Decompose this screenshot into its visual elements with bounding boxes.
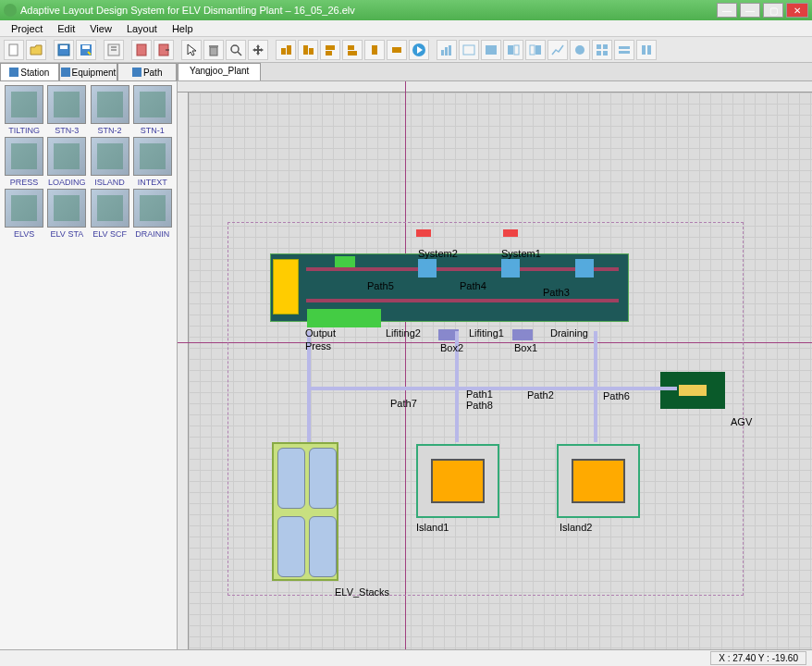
chart3-icon[interactable]: [481, 40, 501, 60]
box1-unit[interactable]: [512, 329, 533, 340]
play-icon[interactable]: [409, 40, 429, 60]
palette-drainin[interactable]: [133, 189, 172, 228]
minimize-button[interactable]: —: [717, 3, 737, 18]
save-as-icon[interactable]: [76, 40, 96, 60]
lifting1-unit[interactable]: [501, 259, 520, 278]
palette-label: ISLAND: [90, 178, 130, 187]
delete-icon[interactable]: [203, 40, 224, 60]
pan-icon[interactable]: [248, 40, 268, 60]
label-lifting2: Lifiting2: [386, 327, 421, 339]
new-file-icon[interactable]: [4, 40, 24, 60]
svg-rect-23: [392, 47, 401, 53]
report2-icon[interactable]: [154, 40, 174, 60]
label-box1: Box1: [514, 342, 537, 353]
report1-icon[interactable]: [131, 40, 152, 60]
palette-elvscf[interactable]: [91, 189, 129, 228]
minimize2-button[interactable]: —: [740, 3, 760, 18]
palette-press[interactable]: [5, 137, 43, 176]
chart7-icon[interactable]: [570, 40, 590, 60]
svg-line-13: [238, 52, 241, 56]
label-box2: Box2: [440, 342, 463, 353]
svg-rect-10: [210, 47, 217, 56]
menu-view[interactable]: View: [82, 21, 119, 36]
tab-station[interactable]: Station: [0, 63, 59, 81]
svg-rect-40: [619, 51, 630, 54]
label-path2: Path2: [527, 389, 554, 401]
ruler-horizontal: [178, 81, 812, 92]
svg-rect-26: [445, 47, 448, 56]
output-unit[interactable]: [307, 309, 381, 327]
menu-help[interactable]: Help: [165, 21, 201, 36]
sensor1[interactable]: [416, 229, 431, 237]
align6-icon[interactable]: [387, 40, 407, 60]
side-panel: Station Equipment Path TILTING STN-3 STN…: [0, 63, 178, 649]
align4-icon[interactable]: [342, 40, 363, 60]
palette-label: PRESS: [4, 178, 44, 187]
chart6-icon[interactable]: [547, 40, 568, 60]
close-button[interactable]: ✕: [786, 3, 808, 18]
menu-edit[interactable]: Edit: [50, 21, 82, 36]
align2-icon[interactable]: [298, 40, 318, 60]
menu-project[interactable]: Project: [4, 21, 50, 36]
module[interactable]: [335, 256, 355, 267]
chart9-icon[interactable]: [614, 40, 634, 60]
label-press: Press: [305, 340, 331, 352]
label-path5: Path5: [367, 280, 394, 291]
label-path3: Path3: [543, 287, 570, 298]
zoom-icon[interactable]: [226, 40, 246, 60]
island1-unit[interactable]: [416, 444, 499, 518]
sensor2[interactable]: [503, 229, 518, 237]
canvas-tab-yangjoo[interactable]: Yangjoo_Plant: [178, 63, 261, 80]
palette-loading[interactable]: [47, 137, 86, 176]
svg-rect-8: [137, 44, 146, 56]
label-lifting1: Lifiting1: [469, 327, 504, 339]
agv-unit[interactable]: [660, 372, 725, 409]
palette-label: ELV STA: [46, 229, 87, 239]
chart1-icon[interactable]: [437, 40, 457, 60]
save-icon[interactable]: [54, 40, 74, 60]
align3-icon[interactable]: [320, 40, 340, 60]
draining-unit[interactable]: [575, 259, 594, 278]
path-icon: [132, 68, 141, 77]
label-island2: Island2: [560, 522, 592, 533]
ruler-vertical: [178, 92, 189, 649]
align1-icon[interactable]: [276, 40, 296, 60]
lifting2-unit[interactable]: [418, 259, 437, 278]
palette-elvs[interactable]: [5, 189, 43, 228]
layout-canvas[interactable]: System2 System1 Path5 Path4 Path3 Output…: [178, 81, 812, 649]
palette-stn3[interactable]: [47, 85, 86, 124]
label-path4: Path4: [460, 280, 486, 291]
chart4-icon[interactable]: [503, 40, 523, 60]
label-island1: Island1: [416, 522, 449, 533]
svg-rect-31: [514, 45, 519, 55]
label-elvstacks: ELV_Stacks: [335, 586, 389, 598]
menu-layout[interactable]: Layout: [119, 21, 165, 36]
maximize-button[interactable]: ▢: [763, 3, 783, 18]
svg-rect-22: [372, 45, 377, 55]
elv-stacks-unit[interactable]: [272, 442, 338, 581]
chart10-icon[interactable]: [636, 40, 657, 60]
titlebar: Adaptive Layout Design System for ELV Di…: [0, 0, 812, 20]
palette-tilting[interactable]: [5, 85, 43, 124]
open-file-icon[interactable]: [26, 40, 46, 60]
label-agv: AGV: [731, 416, 752, 427]
chart8-icon[interactable]: [592, 40, 612, 60]
tab-label: Equipment: [72, 68, 117, 78]
press-unit[interactable]: [273, 259, 299, 314]
chart2-icon[interactable]: [459, 40, 479, 60]
station-palette: TILTING STN-3 STN-2 STN-1 PRESS LOADING …: [0, 81, 177, 242]
palette-stn1[interactable]: [133, 85, 172, 124]
label-path7: Path7: [390, 398, 417, 409]
tab-path[interactable]: Path: [117, 63, 177, 81]
palette-island[interactable]: [91, 137, 129, 176]
palette-elvsta[interactable]: [47, 189, 86, 228]
palette-stn2[interactable]: [91, 85, 129, 124]
cursor-icon[interactable]: [181, 40, 202, 60]
svg-rect-14: [281, 48, 286, 55]
palette-intext[interactable]: [133, 137, 172, 176]
chart5-icon[interactable]: [525, 40, 546, 60]
align5-icon[interactable]: [364, 40, 385, 60]
properties-icon[interactable]: [104, 40, 124, 60]
island2-unit[interactable]: [557, 444, 640, 518]
tab-equipment[interactable]: Equipment: [59, 63, 118, 81]
